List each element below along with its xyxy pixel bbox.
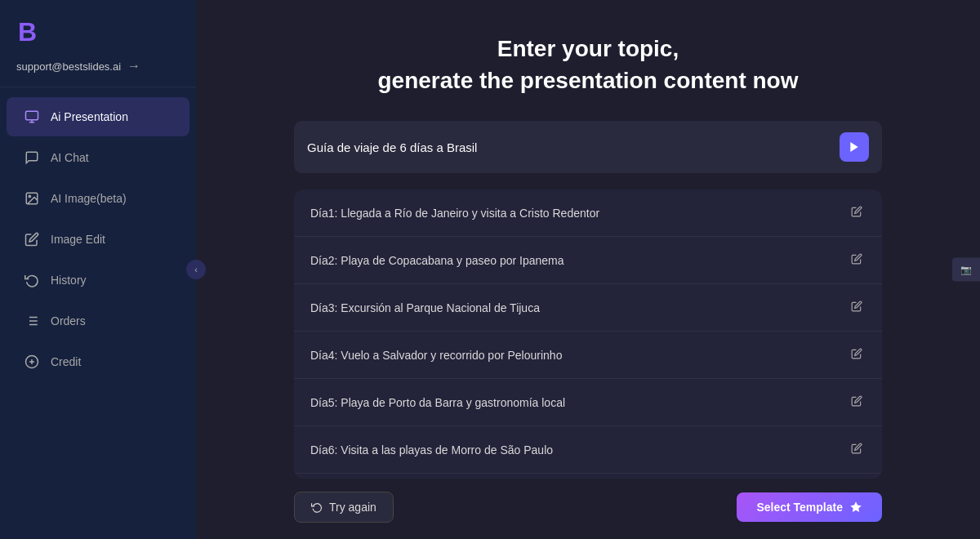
slide-item: Día1: Llegada a Río de Janeiro y visita … — [294, 189, 882, 237]
select-template-button[interactable]: Select Template — [737, 492, 882, 522]
topic-input[interactable] — [307, 140, 831, 154]
slide-text: Día2: Playa de Copacabana y paseo por Ip… — [310, 254, 848, 267]
image-beta-icon — [23, 189, 41, 207]
image-edit-icon — [23, 230, 41, 248]
slide-item: Please Input — [294, 474, 882, 479]
slide-item: Día5: Playa de Porto da Barra y gastrono… — [294, 379, 882, 426]
slide-text: Día4: Vuelo a Salvador y recorrido por P… — [310, 349, 848, 362]
main-content: Enter your topic, generate the presentat… — [196, 0, 980, 539]
svg-rect-1 — [26, 111, 38, 120]
logo-icon: B — [16, 16, 49, 49]
chat-icon — [23, 149, 41, 167]
sidebar-item-history[interactable]: History — [7, 261, 189, 300]
sidebar-item-label: Image Edit — [51, 233, 105, 246]
overlay-btn-1[interactable]: 📷 — [952, 258, 980, 282]
logout-icon[interactable]: → — [127, 59, 140, 74]
edit-slide-icon[interactable] — [848, 439, 866, 460]
presentation-icon — [23, 108, 41, 126]
sidebar-item-label: AI Chat — [51, 151, 89, 164]
slide-item: Día3: Excursión al Parque Nacional de Ti… — [294, 284, 882, 332]
collapse-sidebar-button[interactable]: ‹ — [186, 260, 206, 279]
edit-slide-icon[interactable] — [848, 297, 866, 318]
edit-slide-icon[interactable] — [848, 345, 866, 365]
action-bar: Try again Select Template — [294, 492, 882, 523]
svg-point-5 — [29, 195, 30, 197]
slides-list: Día1: Llegada a Río de Janeiro y visita … — [294, 189, 882, 479]
svg-marker-16 — [850, 501, 861, 512]
sidebar-item-image-edit[interactable]: Image Edit — [7, 220, 189, 259]
history-icon — [23, 271, 41, 289]
search-bar — [294, 121, 882, 173]
page-title: Enter your topic, generate the presentat… — [378, 33, 799, 96]
sidebar-item-label: Orders — [51, 314, 86, 327]
sidebar-nav: Ai Presentation AI Chat AI Image(beta) — [0, 87, 196, 539]
sidebar-item-label: History — [51, 274, 87, 287]
sidebar-item-ai-presentation[interactable]: Ai Presentation — [7, 97, 189, 136]
sidebar-item-credit[interactable]: Credit — [7, 342, 189, 381]
credit-icon — [23, 353, 41, 371]
svg-marker-15 — [850, 142, 858, 152]
slide-text: Día5: Playa de Porto da Barra y gastrono… — [310, 396, 848, 409]
try-again-button[interactable]: Try again — [294, 492, 394, 523]
slide-item: Día2: Playa de Copacabana y paseo por Ip… — [294, 237, 882, 284]
sidebar: B support@bestslides.ai → Ai Presentatio… — [0, 0, 196, 539]
submit-button[interactable] — [840, 132, 869, 162]
slide-item: Día4: Vuelo a Salvador y recorrido por P… — [294, 332, 882, 379]
slide-text: Día6: Visita a las playas de Morro de Sã… — [310, 443, 848, 457]
user-info: support@bestslides.ai → — [16, 59, 140, 74]
sidebar-item-ai-chat[interactable]: AI Chat — [7, 138, 189, 177]
orders-icon — [23, 312, 41, 330]
edit-slide-icon[interactable] — [848, 392, 866, 412]
right-overlay: 📷 — [952, 258, 980, 282]
sidebar-item-orders[interactable]: Orders — [7, 301, 189, 341]
svg-text:B: B — [18, 17, 37, 47]
edit-slide-icon[interactable] — [848, 250, 866, 270]
sidebar-item-label: AI Image(beta) — [51, 192, 127, 205]
slide-item: Día6: Visita a las playas de Morro de Sã… — [294, 426, 882, 474]
sidebar-item-label: Ai Presentation — [51, 110, 128, 123]
slide-text: Día1: Llegada a Río de Janeiro y visita … — [310, 207, 848, 220]
sidebar-item-label: Credit — [51, 355, 81, 368]
sidebar-header: B support@bestslides.ai → — [0, 0, 196, 87]
edit-slide-icon[interactable] — [848, 203, 866, 223]
username: support@bestslides.ai — [16, 60, 121, 73]
slide-text: Día3: Excursión al Parque Nacional de Ti… — [310, 301, 848, 314]
sidebar-item-ai-image[interactable]: AI Image(beta) — [7, 179, 189, 218]
